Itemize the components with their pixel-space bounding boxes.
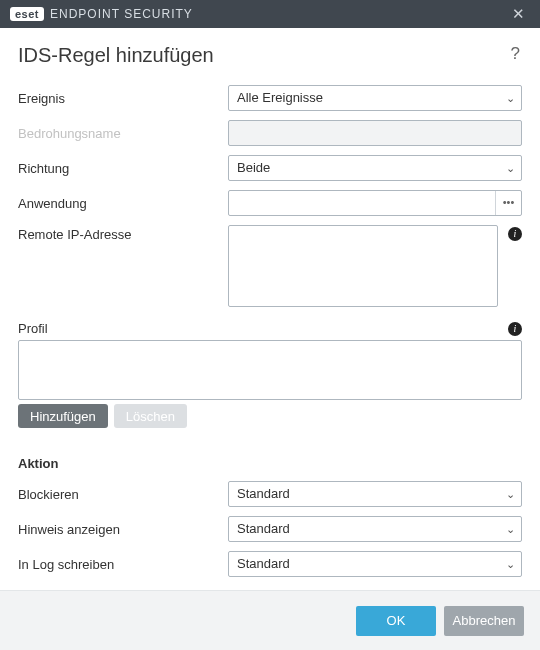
direction-select[interactable]: Beide ⌄ [228,155,522,181]
profil-delete-button: Löschen [114,404,187,428]
action-section-title: Aktion [18,456,522,471]
event-label: Ereignis [18,91,228,106]
direction-select-value: Beide [237,160,270,175]
footer: OK Abbrechen [0,590,540,650]
log-select-value: Standard [237,556,290,571]
titlebar: eset ENDPOINT SECURITY ✕ [0,0,540,28]
chevron-down-icon: ⌄ [506,86,515,110]
notify-label: Hinweis anzeigen [18,522,228,537]
block-select[interactable]: Standard ⌄ [228,481,522,507]
info-icon[interactable]: i [508,322,522,336]
profil-label: Profil [18,321,508,336]
help-icon[interactable]: ? [509,44,522,64]
chevron-down-icon: ⌄ [506,156,515,180]
close-icon[interactable]: ✕ [504,0,532,28]
block-select-value: Standard [237,486,290,501]
chevron-down-icon: ⌄ [506,517,515,541]
threat-label: Bedrohungsname [18,126,228,141]
app-label: Anwendung [18,196,228,211]
threat-field [228,120,522,146]
remoteip-input[interactable] [228,225,498,307]
browse-icon[interactable]: ••• [495,191,521,215]
profil-add-button[interactable]: Hinzufügen [18,404,108,428]
chevron-down-icon: ⌄ [506,552,515,576]
block-label: Blockieren [18,487,228,502]
remoteip-label: Remote IP-Adresse [18,225,228,242]
ok-button[interactable]: OK [356,606,436,636]
dialog-content: IDS-Regel hinzufügen ? Ereignis Alle Ere… [0,28,540,577]
chevron-down-icon: ⌄ [506,482,515,506]
notify-select-value: Standard [237,521,290,536]
log-label: In Log schreiben [18,557,228,572]
notify-select[interactable]: Standard ⌄ [228,516,522,542]
info-icon[interactable]: i [508,227,522,241]
page-title: IDS-Regel hinzufügen [18,44,509,67]
event-select-value: Alle Ereignisse [237,90,323,105]
direction-label: Richtung [18,161,228,176]
profil-list[interactable] [18,340,522,400]
app-input[interactable]: ••• [228,190,522,216]
brand-title: ENDPOINT SECURITY [50,7,193,21]
brand-logo: eset [10,7,44,21]
log-select[interactable]: Standard ⌄ [228,551,522,577]
cancel-button[interactable]: Abbrechen [444,606,524,636]
event-select[interactable]: Alle Ereignisse ⌄ [228,85,522,111]
